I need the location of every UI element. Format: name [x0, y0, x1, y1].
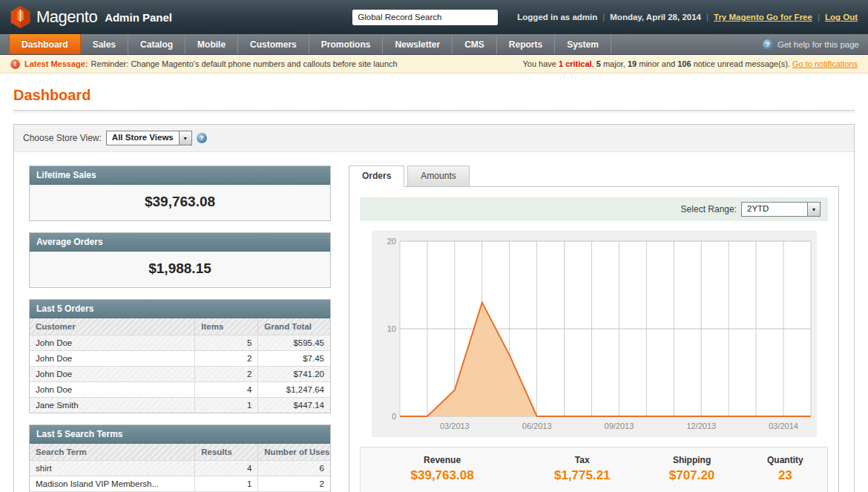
total-shipping: Shipping $707.20 [640, 455, 743, 483]
nav-item-system[interactable]: System [555, 34, 611, 54]
average-orders-title: Average Orders [30, 233, 330, 252]
tax-value: $1,775.21 [524, 468, 640, 483]
col-items: Items [195, 318, 258, 335]
table-row[interactable]: John Doe2$7.45 [30, 351, 330, 367]
table-cell: $1,247.64 [258, 382, 330, 398]
table-row[interactable]: Jane Smith1$447.14 [30, 398, 330, 413]
notif-pre: You have [522, 59, 559, 68]
last-5-search-terms-title: Last 5 Search Terms [30, 425, 330, 444]
table-row[interactable]: Madison Island VIP Membersh...12 [30, 476, 330, 492]
get-help-link[interactable]: ? Get help for this page [763, 34, 859, 54]
store-view-select[interactable]: All Store Views ▼ [106, 131, 192, 145]
nav-item-promotions[interactable]: Promotions [309, 34, 384, 54]
separator: | [818, 13, 820, 22]
global-search [352, 10, 498, 25]
log-out-link[interactable]: Log Out [825, 13, 858, 22]
store-view-bar: Choose Store View: All Store Views ▼ ? [14, 125, 854, 152]
table-cell: $595.45 [258, 335, 330, 351]
nav-item-newsletter[interactable]: Newsletter [383, 34, 453, 54]
table-row[interactable]: John Doe4$1,247.64 [30, 382, 330, 398]
col-grand-total: Grand Total [258, 318, 330, 335]
go-to-notifications-link[interactable]: Go to notifications [792, 59, 858, 68]
table-cell: $741.20 [258, 367, 330, 382]
svg-text:03/2014: 03/2014 [769, 422, 798, 430]
select-range-label: Select Range: [681, 204, 737, 214]
notif-minor-text: minor and [637, 59, 677, 68]
svg-text:10: 10 [387, 324, 395, 333]
revenue-value: $39,763.08 [361, 468, 524, 483]
svg-text:12/2013: 12/2013 [686, 422, 716, 430]
latest-message-text: Reminder: Change Magento's default phone… [91, 59, 398, 68]
dashboard-panel: Choose Store View: All Store Views ▼ ? L… [13, 124, 855, 492]
magento-logo[interactable]: Magento Admin Panel [10, 6, 172, 28]
chart-tabs: Orders Amounts [349, 165, 839, 187]
shipping-label: Shipping [640, 455, 743, 465]
right-column: Orders Amounts Select Range: 2YTD ▼ 0102… [349, 165, 839, 492]
table-header-row: Search Term Results Number of Uses [30, 444, 330, 461]
nav-item-mobile[interactable]: Mobile [185, 34, 238, 54]
quantity-label: Quantity [743, 455, 827, 465]
orders-area-chart: 0102003/201306/201309/201312/201303/2014 [372, 231, 817, 437]
latest-message-label: Latest Message: [24, 59, 88, 68]
try-magento-go-link[interactable]: Try Magento Go for Free [714, 13, 812, 22]
col-customer: Customer [30, 318, 195, 335]
tab-orders[interactable]: Orders [349, 165, 404, 187]
total-tax: Tax $1,775.21 [524, 455, 640, 483]
table-cell: 4 [195, 461, 258, 476]
table-cell: Madison Island VIP Membersh... [30, 476, 195, 492]
revenue-label: Revenue [361, 455, 524, 465]
notif-notice-count: 106 [677, 59, 691, 68]
store-view-label: Choose Store View: [23, 133, 102, 143]
nav-item-reports[interactable]: Reports [497, 34, 555, 54]
average-orders-value: $1,988.15 [30, 252, 330, 287]
nav-item-dashboard[interactable]: Dashboard [9, 34, 81, 54]
logged-in-text: Logged in as admin [517, 13, 597, 22]
table-cell: $7.45 [258, 351, 330, 367]
shipping-value: $707.20 [640, 468, 743, 483]
separator: | [706, 13, 708, 22]
table-cell: shirt [30, 461, 195, 476]
table-row[interactable]: John Doe5$595.45 [30, 335, 330, 351]
select-range-dropdown[interactable]: 2YTD ▼ [741, 202, 821, 217]
brand-suffix: Admin Panel [105, 11, 172, 24]
chevron-down-icon: ▼ [179, 131, 191, 145]
notification-summary: You have 1 critical, 5 major, 19 minor a… [522, 59, 858, 68]
table-cell: 5 [195, 335, 258, 351]
top-header-bar: Magento Admin Panel Logged in as admin |… [0, 0, 868, 34]
table-cell: John Doe [30, 351, 195, 367]
table-cell: 2 [258, 476, 330, 492]
lifetime-sales-title: Lifetime Sales [30, 166, 330, 185]
nav-item-catalog[interactable]: Catalog [128, 34, 185, 54]
total-revenue: Revenue $39,763.08 [361, 455, 524, 483]
col-number-of-uses: Number of Uses [258, 444, 330, 461]
table-cell: 6 [258, 461, 330, 476]
svg-text:20: 20 [387, 237, 395, 246]
quantity-value: 23 [743, 468, 827, 483]
title-divider [13, 110, 855, 114]
nav-item-sales[interactable]: Sales [81, 34, 128, 54]
nav-item-cms[interactable]: CMS [453, 34, 497, 54]
total-quantity: Quantity 23 [743, 455, 827, 483]
last-5-orders-title: Last 5 Orders [30, 300, 330, 318]
magento-logo-icon [10, 6, 30, 28]
orders-chart: 0102003/201306/201309/201312/201303/2014 [372, 231, 817, 437]
last-5-orders-table: Customer Items Grand Total John Doe5$595… [30, 318, 330, 413]
svg-text:09/2013: 09/2013 [604, 422, 634, 430]
table-row[interactable]: shirt46 [30, 461, 330, 476]
table-cell: 4 [195, 382, 258, 398]
store-view-value: All Store Views [107, 131, 179, 145]
nav-item-customers[interactable]: Customers [238, 34, 309, 54]
table-row[interactable]: John Doe2$741.20 [30, 367, 330, 382]
last-5-search-terms-card: Last 5 Search Terms Search Term Results … [29, 424, 331, 492]
last-5-orders-card: Last 5 Orders Customer Items Grand Total… [29, 299, 331, 413]
notif-major-text: major, [601, 59, 628, 68]
global-search-input[interactable] [352, 10, 498, 25]
table-cell: 2 [195, 367, 258, 382]
header-meta: Logged in as admin | Monday, April 28, 2… [517, 13, 858, 22]
main-nav: Dashboard Sales Catalog Mobile Customers… [0, 34, 868, 55]
chevron-down-icon: ▼ [807, 203, 820, 216]
store-view-help-icon[interactable]: ? [197, 133, 207, 143]
tab-amounts[interactable]: Amounts [407, 165, 469, 187]
page-content: Dashboard Choose Store View: All Store V… [0, 73, 868, 492]
get-help-label: Get help for this page [777, 40, 859, 49]
